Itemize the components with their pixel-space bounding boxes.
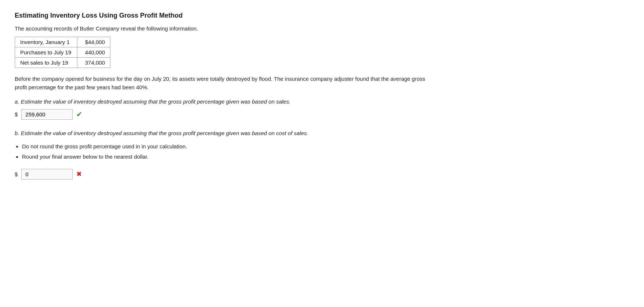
- correct-icon-a: ✔: [76, 110, 83, 119]
- table-row: Purchases to July 19440,000: [15, 47, 110, 58]
- table-cell-value: $44,000: [77, 37, 110, 47]
- question-a-label: a. Estimate the value of inventory destr…: [15, 98, 425, 105]
- page-title: Estimating Inventory Loss Using Gross Pr…: [15, 12, 425, 19]
- table-row: Inventory, January 1$44,000: [15, 37, 110, 47]
- answer-b-input[interactable]: [21, 169, 73, 180]
- incorrect-icon-b: ✖: [76, 170, 82, 178]
- dollar-sign-b: $: [15, 171, 18, 177]
- answer-a-row: $ ✔: [15, 109, 425, 120]
- table-cell-label: Purchases to July 19: [15, 47, 77, 58]
- table-cell-label: Inventory, January 1: [15, 37, 77, 47]
- table-cell-label: Net sales to July 19: [15, 58, 77, 68]
- table-cell-value: 374,000: [77, 58, 110, 68]
- description-text: Before the company opened for business f…: [15, 75, 425, 92]
- bullet-list: Do not round the gross profit percentage…: [22, 141, 425, 162]
- data-table: Inventory, January 1$44,000Purchases to …: [15, 37, 110, 68]
- table-cell-value: 440,000: [77, 47, 110, 58]
- answer-a-input[interactable]: [21, 109, 73, 120]
- intro-text: The accounting records of Butler Company…: [15, 25, 425, 32]
- answer-b-row: $ ✖: [15, 169, 425, 180]
- bullet-item: Round your final answer below to the nea…: [22, 152, 425, 162]
- bullet-item: Do not round the gross profit percentage…: [22, 141, 425, 152]
- table-row: Net sales to July 19374,000: [15, 58, 110, 68]
- question-b-label: b. Estimate the value of inventory destr…: [15, 130, 425, 136]
- dollar-sign-a: $: [15, 111, 18, 118]
